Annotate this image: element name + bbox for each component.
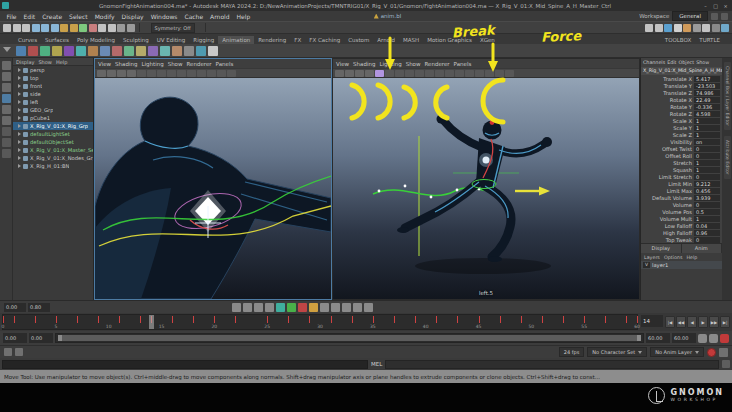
transport-button[interactable]: ◀ — [687, 316, 697, 328]
workspace-gear-icon[interactable] — [711, 13, 718, 20]
layer-menu-item[interactable]: Layers — [644, 255, 660, 260]
attribute-label[interactable]: Limit Max — [641, 188, 694, 194]
shelf-tool-icon[interactable] — [208, 46, 218, 56]
viewport-menu-item[interactable]: Renderer — [424, 61, 449, 67]
attribute-value-field[interactable]: 74.986 — [694, 90, 720, 96]
shelf-tool-icon[interactable] — [16, 46, 26, 56]
viewport-menu-item[interactable]: Show — [406, 61, 421, 67]
viewport-menu-item[interactable]: Renderer — [186, 61, 211, 67]
viewport-toolbar-icon[interactable] — [375, 70, 384, 77]
range-fill[interactable] — [58, 335, 641, 341]
outliner-item[interactable]: X_Rig_H_01:BN — [13, 162, 93, 170]
status-icon[interactable] — [655, 24, 663, 32]
shelf-tool-icon[interactable] — [28, 46, 38, 56]
keyframe-tick[interactable] — [436, 316, 437, 323]
menu-item[interactable]: Cache — [181, 13, 207, 20]
keyframe-tick[interactable] — [626, 316, 627, 323]
status-icon[interactable] — [98, 24, 106, 32]
auto-key-toggle[interactable] — [707, 348, 716, 357]
viewport-toolbar-icon[interactable] — [365, 70, 374, 77]
viewport-toolbar-icon[interactable] — [345, 70, 354, 77]
viewport-toolbar-icon[interactable] — [227, 70, 236, 77]
status-icon[interactable] — [702, 24, 710, 32]
keyframe-tick[interactable] — [56, 316, 57, 323]
viewport-menu-item[interactable]: Lighting — [379, 61, 401, 67]
attribute-value-field[interactable]: 1 — [694, 125, 720, 131]
keyframe-tick[interactable] — [235, 316, 236, 323]
transport-button[interactable]: ◀◀ — [676, 316, 686, 328]
outliner-item[interactable]: front — [13, 82, 93, 90]
outliner-item[interactable]: persp — [13, 66, 93, 74]
shelf-tab[interactable]: Surfaces — [41, 36, 73, 44]
viewport-toolbar-icon[interactable] — [217, 70, 226, 77]
anim-toolbar-icon[interactable] — [298, 303, 307, 312]
attribute-value-field[interactable]: 0.456 — [694, 188, 720, 194]
channel-box-menu-item[interactable]: Edit — [667, 60, 676, 65]
attribute-value-field[interactable]: 1 — [694, 216, 720, 222]
range-handle-left[interactable] — [58, 335, 62, 341]
anim-toolbar-icon[interactable] — [276, 303, 285, 312]
expand-caret-icon[interactable] — [18, 100, 21, 104]
menu-item[interactable]: Edit — [20, 13, 39, 20]
keyframe-tick[interactable] — [584, 316, 585, 323]
keyframe-tick[interactable] — [214, 316, 215, 323]
outliner-menu-item[interactable]: Show — [38, 59, 52, 65]
window-button[interactable]: – — [701, 2, 710, 10]
shelf-tab[interactable]: Sculpting — [119, 36, 153, 44]
menu-item[interactable]: Select — [66, 13, 92, 20]
attribute-label[interactable]: Top Tweak — [641, 237, 694, 243]
shelf-tool-icon[interactable] — [136, 46, 146, 56]
range-option-icon[interactable] — [720, 334, 729, 343]
layer-editor-tab[interactable]: Anim — [682, 244, 723, 253]
viewport-toolbar-icon[interactable] — [335, 70, 344, 77]
tool-icon[interactable] — [2, 61, 11, 70]
transport-button[interactable]: |◀ — [665, 316, 675, 328]
attribute-value-field[interactable]: 0.96 — [694, 230, 720, 236]
viewport-toolbar-icon[interactable] — [147, 70, 156, 77]
viewport-toolbar-icon[interactable] — [425, 70, 434, 77]
keyframe-tick[interactable] — [35, 316, 36, 323]
anim-toolbar-icon[interactable] — [320, 303, 329, 312]
expand-caret-icon[interactable] — [18, 140, 21, 144]
viewport-menu-item[interactable]: Lighting — [141, 61, 163, 67]
keyframe-tick[interactable] — [14, 316, 15, 323]
status-icon[interactable] — [117, 24, 125, 32]
attribute-label[interactable]: Rotate X — [641, 97, 694, 103]
channel-attribute-row[interactable]: Low Falloff 0.04 — [641, 222, 722, 229]
outliner-item[interactable]: defaultObjectSet — [13, 138, 93, 146]
attribute-label[interactable]: Volume Pos — [641, 209, 694, 215]
attribute-value-field[interactable]: 4.598 — [694, 111, 720, 117]
keyframe-tick[interactable] — [309, 316, 310, 323]
keyframe-tick[interactable] — [415, 316, 416, 323]
channel-attribute-row[interactable]: Scale Y 1 — [641, 124, 722, 131]
expand-caret-icon[interactable] — [18, 68, 21, 72]
range-option-icon[interactable] — [709, 334, 718, 343]
attribute-value-field[interactable]: 0 — [694, 202, 720, 208]
attribute-value-field[interactable]: 5.417 — [694, 76, 720, 82]
shelf-tool-icon[interactable] — [112, 46, 122, 56]
keyframe-tick[interactable] — [521, 316, 522, 323]
attribute-label[interactable]: Translate Z — [641, 90, 694, 96]
keyframe-tick[interactable] — [457, 316, 458, 323]
viewport-toolbar-icon[interactable] — [505, 70, 514, 77]
attribute-value-field[interactable]: 1 — [694, 167, 720, 173]
channel-attribute-row[interactable]: Volume 0 — [641, 201, 722, 208]
shelf-switcher-icon[interactable] — [3, 47, 11, 52]
shelf-tab[interactable]: XGen — [476, 36, 499, 44]
workspace-value[interactable]: General — [672, 11, 708, 21]
status-icon[interactable] — [721, 24, 729, 32]
viewport-toolbar-icon[interactable] — [107, 70, 116, 77]
channel-attribute-row[interactable]: Translate Z 74.986 — [641, 89, 722, 96]
animation-preferences-icon[interactable] — [719, 348, 728, 357]
expand-caret-icon[interactable] — [18, 156, 21, 160]
channel-attribute-row[interactable]: Limit Min 9.212 — [641, 180, 722, 187]
layer-visibility-toggle[interactable]: V — [643, 262, 650, 268]
keyframe-tick[interactable] — [77, 316, 78, 323]
shelf-tool-icon[interactable] — [76, 46, 86, 56]
expand-caret-icon[interactable] — [18, 76, 21, 80]
viewport-canvas-right[interactable]: left.5 — [333, 78, 639, 299]
expand-caret-icon[interactable] — [18, 108, 21, 112]
shelf-tab[interactable]: TOOLBOX — [661, 36, 696, 44]
outliner-item[interactable]: X_Rig_V_01:X_Nodes_Grp — [13, 154, 93, 162]
anim-toolbar-icon[interactable] — [243, 303, 252, 312]
